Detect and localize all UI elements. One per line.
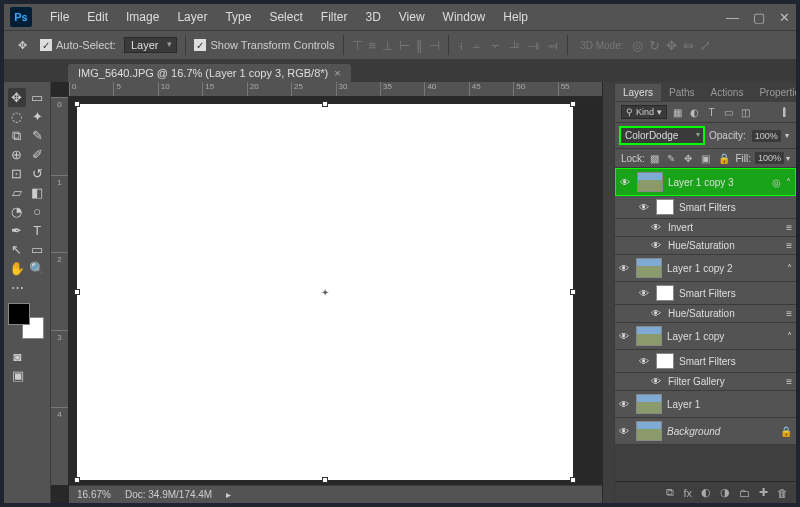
- pen-tool[interactable]: ✒: [8, 221, 26, 240]
- layer-name[interactable]: Filter Gallery: [668, 376, 781, 387]
- 3d-slide-icon[interactable]: ⇔: [683, 38, 694, 53]
- transform-handle[interactable]: [74, 477, 80, 483]
- lock-pixels-icon[interactable]: ✎: [667, 153, 679, 164]
- adjustment-icon[interactable]: ◑: [720, 486, 730, 499]
- fx-icon[interactable]: fx: [683, 487, 692, 499]
- align-hcenter-icon[interactable]: ‖: [416, 38, 423, 53]
- heal-tool[interactable]: ⊕: [8, 145, 26, 164]
- align-bottom-icon[interactable]: ⊥: [382, 38, 393, 53]
- filter-toggle-icon[interactable]: ⏽: [777, 106, 790, 119]
- move-tool-icon[interactable]: ✥: [12, 36, 32, 54]
- menu-image[interactable]: Image: [118, 7, 167, 27]
- dist-6-icon[interactable]: ⫤: [546, 38, 559, 53]
- layer-name[interactable]: Layer 1: [667, 399, 792, 410]
- filter-adjust-icon[interactable]: ◐: [688, 106, 701, 119]
- eraser-tool[interactable]: ▱: [8, 183, 26, 202]
- layer-row[interactable]: 👁 Filter Gallery ≡: [615, 373, 796, 391]
- panel-collapse-strip[interactable]: [602, 82, 614, 503]
- lock-position-icon[interactable]: ✥: [684, 153, 696, 164]
- new-layer-icon[interactable]: ✚: [759, 486, 768, 499]
- dist-2-icon[interactable]: ⫠: [470, 38, 483, 53]
- ruler-horizontal[interactable]: 0510152025303540455055: [69, 82, 602, 97]
- minimize-icon[interactable]: —: [726, 10, 739, 25]
- filter-settings-icon[interactable]: ≡: [786, 308, 792, 319]
- tab-actions[interactable]: Actions: [703, 84, 752, 101]
- document-canvas[interactable]: ✦: [77, 104, 573, 480]
- tab-close-icon[interactable]: ×: [334, 67, 340, 79]
- 3d-scale-icon[interactable]: ⤢: [700, 38, 711, 53]
- zoom-tool[interactable]: 🔍: [29, 259, 47, 278]
- auto-select-checkbox[interactable]: ✓Auto-Select:: [40, 39, 116, 52]
- visibility-icon[interactable]: 👁: [619, 399, 631, 410]
- visibility-icon[interactable]: 👁: [639, 202, 651, 213]
- crop-tool[interactable]: ⧉: [8, 126, 26, 145]
- history-brush-tool[interactable]: ↺: [29, 164, 47, 183]
- layer-row[interactable]: 👁 Smart Filters: [615, 282, 796, 305]
- edit-toolbar[interactable]: ⋯: [8, 278, 27, 297]
- expand-icon[interactable]: ˄: [787, 331, 792, 342]
- brush-tool[interactable]: ✐: [29, 145, 47, 164]
- delete-icon[interactable]: 🗑: [777, 487, 788, 499]
- layer-name[interactable]: Invert: [668, 222, 781, 233]
- blur-tool[interactable]: ◔: [8, 202, 26, 221]
- menu-filter[interactable]: Filter: [313, 7, 356, 27]
- layer-thumb[interactable]: [636, 421, 662, 441]
- screenmode-tool[interactable]: ▣: [8, 366, 27, 385]
- foreground-color[interactable]: [8, 303, 30, 325]
- transform-handle[interactable]: [322, 101, 328, 107]
- transform-handle[interactable]: [570, 477, 576, 483]
- layer-thumb[interactable]: [656, 353, 674, 369]
- layer-row[interactable]: 👁 Layer 1 copy 2 ˄: [615, 255, 796, 282]
- close-icon[interactable]: ✕: [779, 10, 790, 25]
- hand-tool[interactable]: ✋: [8, 259, 26, 278]
- layer-thumb[interactable]: [636, 394, 662, 414]
- zoom-level[interactable]: 16.67%: [77, 489, 111, 500]
- layer-row[interactable]: 👁 Hue/Saturation ≡: [615, 237, 796, 255]
- layer-name[interactable]: Smart Filters: [679, 202, 792, 213]
- marquee-tool[interactable]: ▭: [29, 88, 47, 107]
- align-vcenter-icon[interactable]: ≡: [369, 38, 377, 53]
- dist-3-icon[interactable]: ⫟: [489, 38, 502, 53]
- 3d-pan-icon[interactable]: ✥: [666, 38, 677, 53]
- visibility-icon[interactable]: 👁: [639, 288, 651, 299]
- quickmask-tool[interactable]: ◙: [8, 347, 27, 366]
- doc-size[interactable]: Doc: 34.9M/174.4M: [125, 489, 212, 500]
- filter-shape-icon[interactable]: ▭: [722, 106, 735, 119]
- transform-handle[interactable]: [570, 101, 576, 107]
- opacity-arrow-icon[interactable]: ▾: [785, 131, 789, 140]
- dodge-tool[interactable]: ○: [29, 202, 47, 221]
- transform-handle[interactable]: [74, 289, 80, 295]
- menu-file[interactable]: File: [42, 7, 77, 27]
- layer-row[interactable]: 👁 Smart Filters: [615, 350, 796, 373]
- layer-row[interactable]: 👁 Smart Filters: [615, 196, 796, 219]
- status-arrow-icon[interactable]: ▸: [226, 489, 231, 500]
- tab-properties[interactable]: Properties: [751, 84, 796, 101]
- dist-1-icon[interactable]: ⫞: [457, 38, 464, 53]
- layer-row[interactable]: 👁 Layer 1: [615, 391, 796, 418]
- tab-paths[interactable]: Paths: [661, 84, 703, 101]
- visibility-icon[interactable]: 👁: [619, 331, 631, 342]
- document-tab[interactable]: IMG_5640.JPG @ 16.7% (Layer 1 copy 3, RG…: [68, 64, 351, 82]
- visibility-icon[interactable]: 👁: [651, 376, 663, 387]
- layer-row[interactable]: 👁 Invert ≡: [615, 219, 796, 237]
- lasso-tool[interactable]: ◌: [8, 107, 26, 126]
- menu-window[interactable]: Window: [435, 7, 494, 27]
- menu-type[interactable]: Type: [217, 7, 259, 27]
- shape-tool[interactable]: ▭: [29, 240, 47, 259]
- dist-4-icon[interactable]: ⫡: [508, 38, 521, 53]
- layer-thumb[interactable]: [636, 258, 662, 278]
- layer-row[interactable]: 👁 Layer 1 copy ˄: [615, 323, 796, 350]
- menu-help[interactable]: Help: [495, 7, 536, 27]
- 3d-roll-icon[interactable]: ↻: [649, 38, 660, 53]
- menu-view[interactable]: View: [391, 7, 433, 27]
- lock-artboard-icon[interactable]: ▣: [701, 153, 713, 164]
- tab-layers[interactable]: Layers: [615, 84, 661, 101]
- layer-name[interactable]: Smart Filters: [679, 356, 792, 367]
- filter-pixel-icon[interactable]: ▦: [671, 106, 684, 119]
- mask-icon[interactable]: ◐: [701, 486, 711, 499]
- canvas-area[interactable]: 0510152025303540455055 01234 ✦ 16.67% Do…: [51, 82, 602, 503]
- align-left-icon[interactable]: ⊢: [399, 38, 410, 53]
- transform-handle[interactable]: [74, 101, 80, 107]
- layer-thumb[interactable]: [656, 199, 674, 215]
- fill-arrow-icon[interactable]: ▾: [786, 154, 790, 163]
